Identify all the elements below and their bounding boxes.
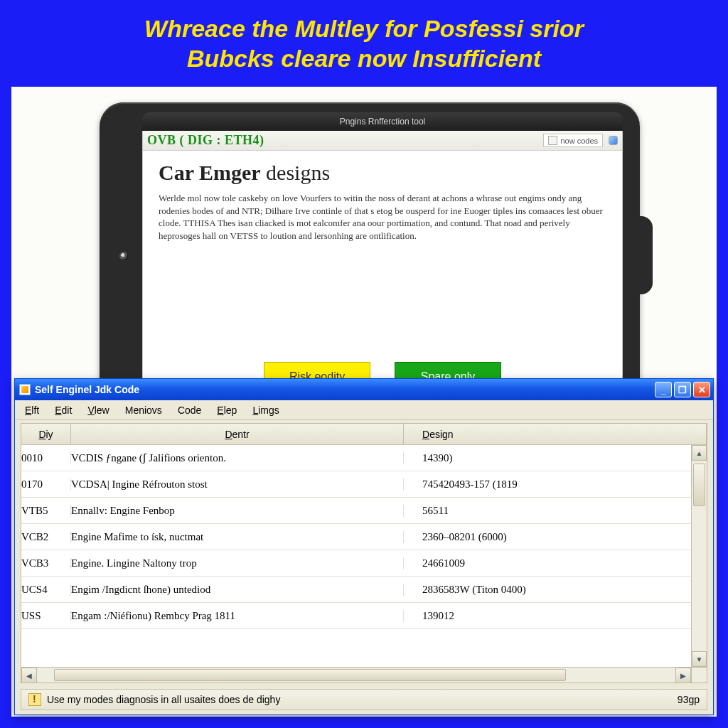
tablet-chrome-title: Pngins Rnfferction tool [142,112,623,131]
maximize-button[interactable]: ❐ [674,382,691,397]
banner-line2: Bubcks cleare now Insufficient [187,45,541,72]
cell-diy: 0010 [21,452,71,464]
status-text: Use my modes diagnosis in all usaites do… [47,694,280,705]
cell-design: 745420493-157 (1819 [404,478,691,491]
scroll-left-icon[interactable]: ◀ [21,668,37,683]
cell-dentr: VCDSA| Ingine Réfrouton stost [71,478,404,491]
warning-icon [28,693,41,706]
now-codes-button[interactable]: now codes [543,134,603,147]
table-row[interactable]: VCB3Engine. Lingine Naltony trop24661009 [21,550,691,577]
tablet-camera-icon [119,252,128,260]
code-window: Self Enginel Jdk Code _ ❐ ✕ Elft Edit Vl… [14,378,714,715]
window-title: Self Enginel Jdk Code [35,384,655,395]
menubar: Elft Edit Vlew Meniovs Code Elep Limgs [15,400,713,420]
menu-elft[interactable]: Elft [25,405,39,416]
cell-diy: VCB2 [21,531,71,543]
col-diy[interactable]: Diy [21,424,71,444]
cell-diy: VTB5 [21,505,71,517]
cell-design: 14390) [404,452,691,464]
cell-design: 2836583W (Titon 0400) [404,584,691,596]
col-design[interactable]: Design [404,424,707,444]
cell-dentr: Engine Mafime to ísk, nuctmat [71,531,404,543]
scroll-right-icon[interactable]: ▶ [675,668,691,683]
scroll-corner [691,667,707,682]
doc-body: Werlde mol now tole caskeby on love Vour… [159,192,606,242]
cell-design: 139012 [404,610,691,622]
hscroll-track[interactable] [37,668,675,682]
menu-edit[interactable]: Edit [55,405,72,416]
scroll-down-icon[interactable]: ▼ [692,651,707,667]
app-icon [19,384,31,395]
cell-diy: USS [21,610,71,622]
grid: Diy Dentr Design 0010VCDIS ƒngane (ʃ Jal… [21,423,707,683]
table-row[interactable]: VCB2Engine Mafime to ísk, nuctmat2360–08… [21,524,691,550]
table-row[interactable]: VTB5Ennallv: Engine Fenbop56511 [21,498,691,524]
titlebar[interactable]: Self Enginel Jdk Code _ ❐ ✕ [15,379,713,400]
table-row[interactable]: 0010VCDIS ƒngane (ʃ Jalifions orienton.1… [21,445,691,471]
now-codes-label: now codes [560,136,598,145]
cell-design: 56511 [404,505,691,517]
banner-line1: Whreace the Multley for Posfessi srior [144,15,584,42]
col-dentr[interactable]: Dentr [71,424,404,444]
cell-design: 24661009 [404,557,691,569]
cell-diy: VCB3 [21,557,71,569]
tablet-grip [633,216,653,294]
hscroll-thumb[interactable] [54,669,566,681]
status-bar: Use my modes diagnosis in all usaites do… [21,689,707,710]
window-buttons: _ ❐ ✕ [655,382,710,397]
scroll-track[interactable] [692,461,707,651]
menu-limgs[interactable]: Limgs [252,405,279,416]
grid-body: 0010VCDIS ƒngane (ʃ Jalifions orienton.1… [21,445,691,667]
address-text: OVB ( DIG : ETH4) [147,133,264,148]
cell-diy: UCS4 [21,584,71,596]
minimize-button[interactable]: _ [655,382,672,397]
scroll-thumb[interactable] [693,464,705,506]
grid-header: Diy Dentr Design [21,424,707,445]
doc-heading: Car Emger designs [159,161,606,185]
cell-dentr: VCDIS ƒngane (ʃ Jalifions orienton. [71,451,404,464]
cell-dentr: Engine. Lingine Naltony trop [71,557,404,569]
menu-meniovs[interactable]: Meniovs [125,405,162,416]
status-right: 93gp [678,694,700,705]
document-area: Car Emger designs Werlde mol now tole ca… [143,151,622,242]
table-row[interactable]: UCS4Engim /Ingdicnt ſhone) untediod28365… [21,577,691,603]
cell-diy: 0170 [21,478,71,491]
table-row[interactable]: 0170VCDSA| Ingine Réfrouton stost7454204… [21,471,691,498]
close-button[interactable]: ✕ [693,382,710,397]
cell-dentr: Engim /Ingdicnt ſhone) untediod [71,584,404,596]
cell-design: 2360–08201 (6000) [404,531,691,543]
horizontal-scrollbar[interactable]: ◀ ▶ [21,667,691,682]
banner: Whreace the Multley for Posfessi srior B… [0,0,728,87]
cell-dentr: Engam :/Niéfionu) Rembcy Prag 1811 [71,610,404,622]
address-bar: OVB ( DIG : ETH4) now codes [143,131,622,151]
tablet-screen: OVB ( DIG : ETH4) now codes Car Emger de… [142,131,623,401]
tablet-device: Pngins Rnfferction tool OVB ( DIG : ETH4… [100,102,640,401]
cell-dentr: Ennallv: Engine Fenbop [71,505,404,517]
globe-icon[interactable] [609,136,618,145]
menu-elep[interactable]: Elep [217,405,237,416]
table-row[interactable]: USSEngam :/Niéfionu) Rembcy Prag 1811139… [21,603,691,629]
menu-vlew[interactable]: Vlew [87,405,109,416]
vertical-scrollbar[interactable]: ▲ ▼ [691,445,707,667]
scroll-up-icon[interactable]: ▲ [692,445,707,461]
stage: Pngins Rnfferction tool OVB ( DIG : ETH4… [11,87,717,717]
menu-code[interactable]: Code [178,405,201,416]
doc-icon [548,136,557,145]
